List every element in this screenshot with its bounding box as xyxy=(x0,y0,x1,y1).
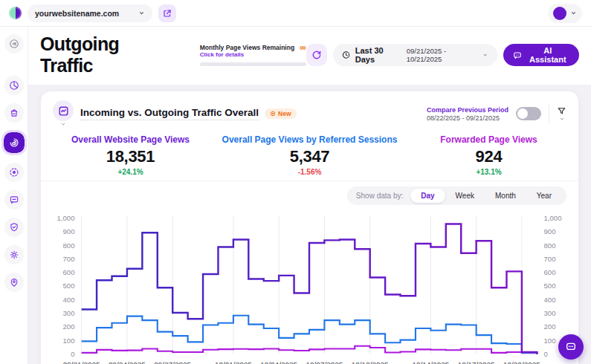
svg-text:10/10/2025: 10/10/2025 xyxy=(352,360,389,364)
compare-previous-period: Compare Previous Period 08/22/2025 - 09/… xyxy=(427,106,508,122)
svg-text:10/07/2025: 10/07/2025 xyxy=(306,360,343,364)
quota-widget: Monthly Page Views Remaining Click for d… xyxy=(200,44,306,66)
svg-text:700: 700 xyxy=(543,255,555,263)
tab-month[interactable]: Month xyxy=(485,189,526,203)
svg-text:500: 500 xyxy=(62,282,74,290)
metric-label: Forwarded Page Views xyxy=(399,134,578,145)
metric-value: 5,347 xyxy=(220,147,399,166)
compare-label: Compare Previous Period xyxy=(427,106,508,114)
svg-text:10/04/2025: 10/04/2025 xyxy=(260,360,297,364)
site-selector[interactable]: yourwebsitename.com xyxy=(28,4,152,22)
compare-range: 08/22/2025 - 09/21/2025 xyxy=(427,114,508,122)
refresh-button[interactable] xyxy=(306,44,327,66)
chat-bubble-icon xyxy=(513,51,522,60)
support-chat-button[interactable] xyxy=(558,334,584,360)
svg-text:09/27/2025: 09/27/2025 xyxy=(154,360,191,364)
show-data-by-row: Show data by: Day Week Month Year xyxy=(41,181,578,208)
metric-referred-sessions: Overall Page Views by Referred Sessions … xyxy=(220,134,399,176)
sidebar-item-gear[interactable] xyxy=(4,245,24,264)
svg-text:400: 400 xyxy=(62,296,74,304)
metrics-row: Overall Website Page Views 18,351 +24.1%… xyxy=(41,129,578,181)
sparkle-icon xyxy=(270,111,276,117)
sidebar-item-radar[interactable] xyxy=(4,132,25,153)
range-label: Last 30 Days xyxy=(355,46,401,64)
infinity-icon: ∞ xyxy=(300,44,306,51)
show-data-by-label: Show data by: xyxy=(356,192,403,200)
card-title: Incoming vs. Outgoing Traffic Overall xyxy=(80,107,259,120)
svg-text:10/20/2025: 10/20/2025 xyxy=(503,360,540,364)
sidebar-item-pie-chart[interactable] xyxy=(4,76,24,95)
clock-icon xyxy=(342,51,350,59)
metric-change: -1.56% xyxy=(220,168,399,176)
metric-label: Overall Page Views by Referred Sessions xyxy=(220,134,399,145)
svg-text:600: 600 xyxy=(62,268,74,276)
ai-assistant-button[interactable]: AI Assistant xyxy=(503,44,579,66)
chat-icon xyxy=(9,195,19,205)
app-logo xyxy=(9,7,22,19)
granularity-switcher: Show data by: Day Week Month Year xyxy=(347,186,566,205)
svg-text:200: 200 xyxy=(543,322,555,331)
svg-text:900: 900 xyxy=(543,227,555,235)
gear-icon xyxy=(9,250,19,260)
compare-toggle[interactable] xyxy=(516,107,541,120)
metric-change: +13.1% xyxy=(399,168,578,176)
new-badge: New xyxy=(265,108,296,119)
traffic-step-chart[interactable]: 0010010020020030030040040050050060060070… xyxy=(41,208,578,364)
sidebar-item-sidebar-collapse[interactable] xyxy=(4,34,24,53)
quota-details-link[interactable]: Click for details xyxy=(200,51,294,58)
sidebar-item-target[interactable] xyxy=(4,163,24,182)
user-menu[interactable] xyxy=(548,4,582,23)
widget-menu[interactable] xyxy=(53,100,74,127)
metric-value: 18,351 xyxy=(41,147,220,166)
sidebar-item-shop-bag[interactable] xyxy=(4,103,24,123)
svg-text:400: 400 xyxy=(543,296,555,304)
svg-text:800: 800 xyxy=(543,241,555,250)
svg-text:300: 300 xyxy=(543,309,555,317)
ai-assistant-label: AI Assistant xyxy=(526,46,569,64)
pie-chart-icon xyxy=(9,80,19,91)
sidebar-item-location-pin[interactable] xyxy=(4,273,24,292)
chevron-down-icon xyxy=(60,121,66,127)
location-pin-icon xyxy=(9,277,19,287)
chevron-down-icon xyxy=(482,52,488,58)
divider xyxy=(549,104,549,123)
trend-chart-icon xyxy=(58,105,69,117)
svg-text:100: 100 xyxy=(62,337,74,345)
filter-button[interactable] xyxy=(557,106,566,122)
tab-day[interactable]: Day xyxy=(410,189,445,203)
svg-text:10/01/2025: 10/01/2025 xyxy=(215,360,252,364)
site-name: yourwebsitename.com xyxy=(35,9,119,18)
external-link-icon xyxy=(163,9,172,18)
tab-year[interactable]: Year xyxy=(526,189,562,203)
chevron-down-icon xyxy=(559,116,565,122)
svg-text:500: 500 xyxy=(543,282,555,290)
avatar xyxy=(553,7,566,20)
chat-bubble-icon xyxy=(565,341,577,353)
traffic-overview-card: Incoming vs. Outgoing Traffic Overall Ne… xyxy=(40,91,579,364)
range-dates: 09/21/2025 - 10/21/2025 xyxy=(407,47,477,63)
top-bar: yourwebsitename.com xyxy=(0,0,591,27)
chevron-down-icon xyxy=(138,10,145,16)
svg-text:800: 800 xyxy=(62,241,74,250)
metric-change: +24.1% xyxy=(41,168,220,176)
shield-check-icon xyxy=(9,222,19,233)
svg-text:300: 300 xyxy=(62,309,74,317)
shop-bag-icon xyxy=(9,108,19,118)
external-link-button[interactable] xyxy=(158,4,176,22)
refresh-icon xyxy=(311,50,322,60)
svg-text:600: 600 xyxy=(543,268,555,276)
svg-text:09/24/2025: 09/24/2025 xyxy=(109,360,146,364)
date-range-selector[interactable]: Last 30 Days 09/21/2025 - 10/21/2025 xyxy=(333,44,497,66)
svg-text:10/17/2025: 10/17/2025 xyxy=(458,360,495,364)
radar-icon xyxy=(9,137,19,148)
page-header: Outgoing Traffic Monthly Page Views Rema… xyxy=(28,27,591,85)
page-title: Outgoing Traffic xyxy=(40,33,169,77)
sidebar-item-shield-check[interactable] xyxy=(4,218,24,237)
svg-text:0: 0 xyxy=(71,350,74,358)
svg-text:10/14/2025: 10/14/2025 xyxy=(412,360,449,364)
sidebar-item-chat[interactable] xyxy=(4,190,24,209)
metric-overall-page-views: Overall Website Page Views 18,351 +24.1% xyxy=(41,134,220,176)
svg-text:1,000: 1,000 xyxy=(543,214,561,222)
tab-week[interactable]: Week xyxy=(445,189,485,203)
chevron-down-icon xyxy=(570,10,577,16)
